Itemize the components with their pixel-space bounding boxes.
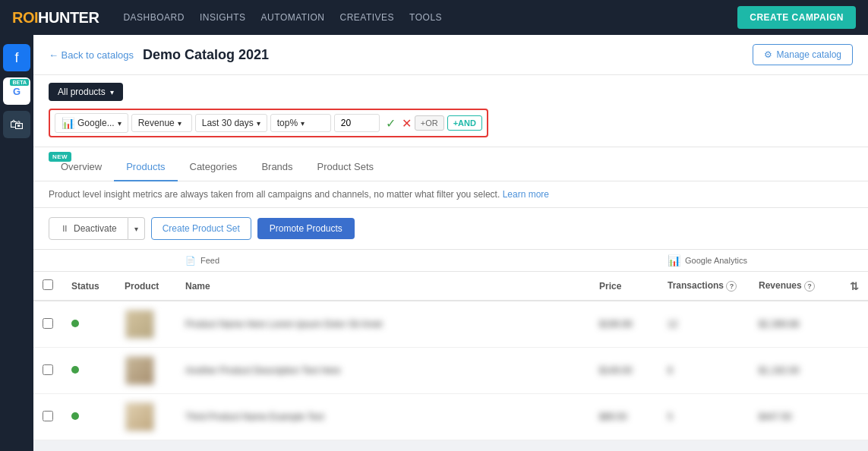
table-container: 📄 Feed 📊 Google Analytics — [33, 250, 868, 440]
google-sidebar-item[interactable]: G BETA — [3, 77, 30, 105]
logo-roi: ROI — [12, 9, 38, 26]
row-product-cell — [115, 394, 176, 440]
row-revenues-cell: $2,399.88 — [750, 301, 841, 348]
table-group-header-row: 📄 Feed 📊 Google Analytics — [33, 250, 868, 272]
shop-sidebar-item[interactable]: 🛍 — [3, 111, 30, 138]
ga-icon: 📊 — [668, 254, 680, 266]
row-transactions-cell: 12 — [658, 301, 750, 348]
filter-value-input[interactable] — [334, 114, 380, 132]
row-price-cell: $149.00 — [590, 348, 658, 394]
logo: ROIHUNTER — [12, 9, 99, 27]
tabs: Overview Products Categories Brands Prod… — [49, 147, 853, 181]
product-transactions: 5 — [668, 412, 673, 422]
status-dot-active — [71, 320, 79, 327]
row-status-cell — [62, 348, 115, 394]
deactivate-button[interactable]: ⏸ Deactivate — [49, 217, 128, 240]
empty-group-cell — [33, 250, 176, 272]
row-checkbox[interactable] — [43, 364, 53, 375]
filter-metric-select[interactable]: Revenue ▾ — [131, 114, 192, 132]
col-header-name: Name — [176, 272, 590, 301]
row-status-cell — [62, 394, 115, 440]
filter-area: All products ▾ 📊 Google... ▾ Revenue ▾ L… — [33, 75, 868, 147]
product-revenues: $2,399.88 — [759, 319, 799, 330]
create-campaign-button[interactable]: CREATE CAMPAIGN — [737, 6, 856, 29]
row-product-cell — [115, 348, 176, 394]
tab-product-sets[interactable]: Product Sets — [305, 153, 386, 181]
feed-icon: 📄 — [185, 256, 196, 266]
row-checkbox[interactable] — [43, 411, 53, 421]
info-text: Product level insight metrics are always… — [33, 181, 868, 208]
gear-icon: ⚙ — [764, 49, 772, 60]
row-actions-cell — [841, 394, 868, 440]
create-product-set-button[interactable]: Create Product Set — [151, 217, 251, 240]
left-sidebar: f G BETA 🛍 — [0, 35, 33, 451]
deactivate-label: Deactivate — [74, 223, 117, 234]
info-text-content: Product level insight metrics are always… — [49, 189, 500, 200]
select-all-checkbox[interactable] — [43, 279, 53, 290]
filter-period-select[interactable]: Last 30 days ▾ — [195, 114, 267, 132]
col-header-price: Price — [590, 272, 658, 301]
col-header-transactions: Transactions ? — [658, 272, 750, 301]
nav-tools[interactable]: TOOLS — [409, 12, 442, 23]
product-revenues: $447.50 — [759, 412, 791, 422]
learn-more-link[interactable]: Learn more — [503, 189, 549, 200]
period-dropdown-icon: ▾ — [257, 119, 260, 128]
tab-products[interactable]: Products — [114, 153, 177, 181]
all-products-label: All products — [58, 87, 106, 97]
nav-insights[interactable]: INSIGHTS — [200, 12, 246, 23]
filter-and-button[interactable]: +AND — [447, 115, 482, 131]
row-name-cell: Third Product Name Example Text — [176, 394, 590, 440]
product-name: Product Name Here Lorem Ipsum Dolor Sit … — [185, 319, 382, 330]
product-price: $89.50 — [599, 412, 627, 422]
product-name: Another Product Description Text Here — [185, 365, 341, 376]
manage-catalog-button[interactable]: ⚙ Manage catalog — [753, 44, 853, 65]
dropdown-arrow-icon: ▾ — [110, 88, 114, 96]
revenues-help-icon[interactable]: ? — [804, 281, 815, 292]
row-name-cell: Another Product Description Text Here — [176, 348, 590, 394]
table-row: Another Product Description Text Here $1… — [33, 348, 868, 394]
tab-categories[interactable]: Categories — [178, 153, 250, 181]
all-products-button[interactable]: All products ▾ — [49, 83, 123, 101]
filter-top-row: All products ▾ — [49, 83, 853, 101]
fb-sidebar-item[interactable]: f — [3, 44, 30, 71]
row-checkbox[interactable] — [43, 318, 53, 329]
nav-automation[interactable]: AUTOMATION — [261, 12, 325, 23]
ga-label-text: Google Analytics — [685, 256, 747, 265]
col-header-revenues: Revenues ? — [750, 272, 841, 301]
deactivate-dropdown-button[interactable]: ▾ — [128, 217, 145, 240]
product-price: $199.99 — [599, 319, 632, 330]
col-header-status: Status — [62, 272, 115, 301]
source-dropdown-icon: ▾ — [118, 119, 122, 128]
nav-dashboard[interactable]: DASHBOARD — [123, 12, 185, 23]
col-header-sort: ⇅ — [841, 272, 868, 301]
filter-cancel-button[interactable]: ✕ — [399, 115, 415, 132]
filter-mode-select[interactable]: top% ▾ — [270, 114, 331, 132]
feed-group-header: 📄 Feed — [176, 250, 658, 272]
tab-brands[interactable]: Brands — [249, 153, 305, 181]
revenues-label: Revenues — [759, 280, 802, 291]
sort-icon[interactable]: ⇅ — [850, 280, 859, 292]
transactions-help-icon[interactable]: ? — [726, 281, 737, 292]
row-actions-cell — [841, 301, 868, 348]
product-thumbnail — [125, 402, 155, 432]
shop-icon: 🛍 — [3, 111, 30, 138]
product-thumbnail — [125, 309, 155, 339]
row-check-cell — [33, 394, 62, 440]
promote-products-button[interactable]: Promote Products — [257, 218, 355, 239]
deactivate-button-group: ⏸ Deactivate ▾ — [49, 217, 145, 240]
filter-or-button[interactable]: +OR — [415, 115, 444, 131]
row-name-cell: Product Name Here Lorem Ipsum Dolor Sit … — [176, 301, 590, 348]
row-status-cell — [62, 301, 115, 348]
status-dot-active — [71, 366, 79, 374]
col-header-check — [33, 272, 62, 301]
manage-catalog-label: Manage catalog — [777, 49, 841, 60]
nav-creatives[interactable]: CREATIVES — [339, 12, 394, 23]
back-to-catalogs-link[interactable]: ← Back to catalogs — [49, 49, 134, 61]
main-content: ← Back to catalogs Demo Catalog 2021 ⚙ M… — [33, 35, 868, 451]
pause-icon: ⏸ — [60, 223, 69, 234]
logo-hunter: HUNTER — [38, 9, 99, 26]
row-price-cell: $89.50 — [590, 394, 658, 440]
filter-confirm-button[interactable]: ✓ — [383, 115, 399, 132]
filter-source-select[interactable]: 📊 Google... ▾ — [55, 113, 128, 133]
page-header: ← Back to catalogs Demo Catalog 2021 ⚙ M… — [33, 35, 868, 75]
